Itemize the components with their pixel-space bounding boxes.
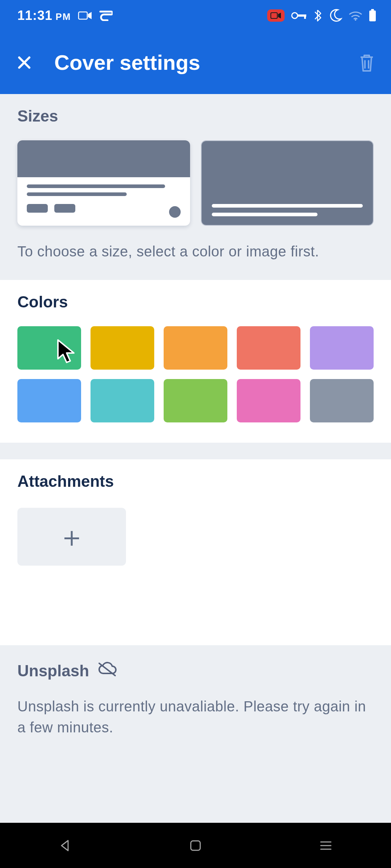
color-swatch-teal[interactable] [91,379,154,422]
size-half-cover-preview [17,140,190,177]
svg-rect-7 [371,9,374,10]
bluetooth-icon [314,9,321,22]
section-divider [0,443,391,459]
sizes-label: Sizes [17,107,374,125]
size-option-full[interactable] [201,140,374,226]
cloud-off-icon [97,661,117,681]
cursor-icon [56,339,76,365]
sizes-options [17,140,374,226]
colors-grid [17,326,374,422]
delete-button[interactable] [354,50,379,75]
unsplash-section: Unsplash Unsplash is currently unavaliab… [0,645,391,749]
sizes-section: Sizes To choose a size, select a color o… [0,94,391,280]
add-attachment-button[interactable]: ＋ [17,508,126,566]
svg-rect-1 [271,13,277,18]
unsplash-label: Unsplash [17,662,89,680]
svg-point-5 [355,19,356,20]
close-button[interactable] [12,50,37,75]
plus-icon: ＋ [58,523,86,551]
close-icon [16,54,33,71]
size-option-half[interactable] [17,140,190,226]
vpn-key-icon [291,11,307,20]
status-time-value: 11:31 [17,8,52,23]
nav-back-button[interactable] [54,835,76,856]
color-swatch-green[interactable] [17,326,81,370]
menu-recents-icon [319,840,333,851]
page-title: Cover settings [54,50,337,75]
attachments-label: Attachments [17,472,374,490]
color-swatch-pink[interactable] [237,379,300,422]
color-swatch-orange[interactable] [164,326,227,370]
size-full-cover-preview [202,141,373,225]
cast-icon [99,10,113,21]
nav-home-button[interactable] [185,835,206,856]
svg-rect-9 [191,841,200,850]
status-bar: 11:31 PM [0,0,391,31]
svg-rect-0 [79,12,87,19]
screen-record-icon [78,10,92,21]
square-home-icon [189,839,202,852]
app-bar: Cover settings [0,31,391,94]
unsplash-message: Unsplash is currently unavaliable. Pleas… [17,696,374,738]
colors-section: Colors [0,280,391,443]
status-time: 11:31 PM [17,8,71,23]
colors-label: Colors [17,293,374,311]
color-swatch-blue[interactable] [17,379,81,422]
nav-recents-button[interactable] [315,835,337,856]
attachments-section: Attachments ＋ [0,459,391,645]
color-swatch-yellow[interactable] [91,326,154,370]
svg-point-2 [292,13,298,18]
wifi-icon [349,10,362,21]
size-half-body-preview [17,177,190,226]
moon-icon [328,8,342,23]
battery-icon [369,9,377,22]
status-left: 11:31 PM [17,8,113,23]
unsplash-header: Unsplash [17,661,374,681]
status-right [267,8,377,23]
svg-rect-4 [304,14,306,19]
recording-indicator-icon [267,9,285,22]
color-swatch-lime[interactable] [164,379,227,422]
sizes-hint: To choose a size, select a color or imag… [17,242,374,261]
triangle-back-icon [58,838,72,853]
color-swatch-purple[interactable] [310,326,374,370]
svg-rect-6 [369,10,376,21]
trash-icon [358,53,376,72]
color-swatch-gray[interactable] [310,379,374,422]
status-ampm: PM [56,11,71,22]
color-swatch-red[interactable] [237,326,300,370]
system-nav-bar [0,823,391,868]
